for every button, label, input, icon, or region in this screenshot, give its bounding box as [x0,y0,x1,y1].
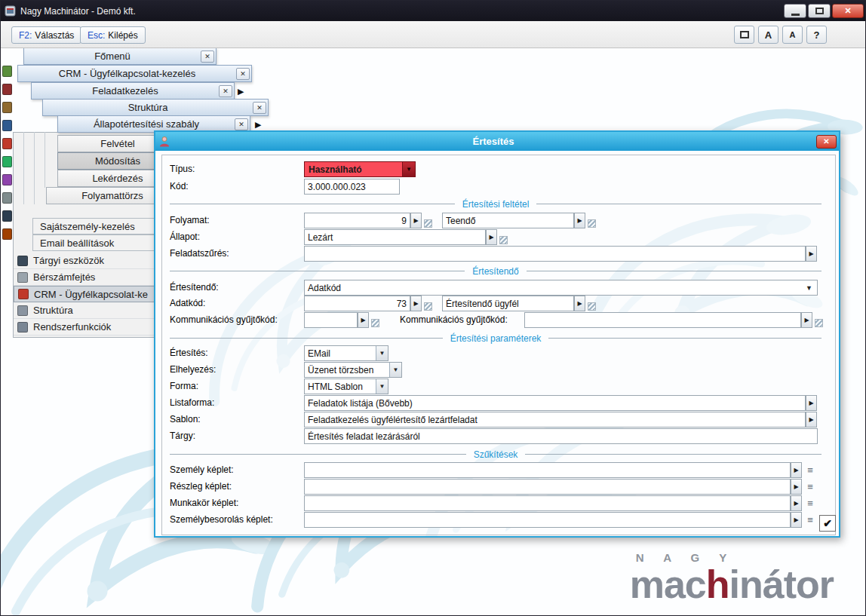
feladatszures-picker-button[interactable]: ▶ [806,246,817,262]
fomenu-close-button[interactable]: ✕ [201,51,214,63]
dropdown-icon[interactable]: ▼ [376,346,388,360]
adatkod-nev-grip-button[interactable] [588,302,596,311]
szemelybesorolas-keplet-formula-icon[interactable]: ≡ [805,514,815,526]
tipus-dropdown-icon[interactable]: ▼ [402,162,415,176]
adatkod-nev-picker-button[interactable]: ▶ [574,296,585,311]
module-icon-8[interactable] [2,192,12,204]
ertesites-select[interactable]: EMail ▼ [304,345,388,361]
arrow-right-icon: ▶ [489,234,493,241]
module-icon-4[interactable] [2,120,12,131]
kod-input[interactable] [304,179,400,195]
struktura-close-button[interactable]: ✕ [253,102,266,114]
ertesitendo-select[interactable]: Adatkód ▼ [304,280,818,296]
reszleg-keplet-picker-button[interactable]: ▶ [791,479,802,495]
feladatkezeles-close-button[interactable]: ✕ [219,85,232,97]
szemely-keplet-input[interactable] [304,462,791,478]
module-icon-7[interactable] [2,174,12,185]
f2-select-button[interactable]: F2: Választás [11,26,81,44]
folyamat-nev-picker-button[interactable]: ▶ [574,213,585,228]
allapot-close-button[interactable]: ✕ [235,118,248,130]
module-icon-1[interactable] [2,66,12,77]
square-icon [740,31,749,38]
close-button[interactable]: ✕ [832,4,864,18]
szemelybesorolas-keplet-picker-button[interactable]: ▶ [791,512,802,528]
module-icon-6[interactable] [2,156,12,167]
szemely-keplet-formula-icon[interactable]: ≡ [805,464,815,476]
forma-select[interactable]: HTML Sablon ▼ [304,378,388,394]
tipus-select[interactable]: Használható ▼ [304,161,416,177]
menu-item-sajatszemely[interactable]: Sajátszemély-kezelés [32,218,156,234]
targy-input[interactable] [304,428,818,444]
menu-item-email-beallitasok[interactable]: Email beállítások [32,234,156,251]
kommgyujto-input[interactable] [304,312,358,328]
kommgyujto2-picker-button[interactable]: ▶ [801,312,812,328]
window-bar-feladatkezeles[interactable]: Feladatkezelés ✕ [31,82,235,100]
close-icon: ✕ [240,70,246,78]
dropdown-icon[interactable]: ▼ [389,363,401,377]
sidebar-item-struktura[interactable]: Struktúra [14,302,157,319]
allapot-input[interactable] [304,229,486,245]
minimize-icon [791,14,800,16]
listaforma-input[interactable] [304,395,806,411]
font-decrease-button[interactable]: A [782,26,803,44]
minimize-button[interactable] [784,4,806,18]
window-bar-fomenu[interactable]: Főmenü ✕ [23,48,216,65]
arrow-right-icon: ▶ [794,500,798,507]
folyamat-nev-input[interactable] [442,213,574,228]
sidebar-item-berszamfejtes[interactable]: Bérszámfejtés [14,269,157,286]
crm-close-button[interactable]: ✕ [236,68,250,80]
sidebar-item-targyi-eszkozok[interactable]: Tárgyi eszközök [14,253,157,269]
adatkod-picker-button[interactable]: ▶ [410,296,422,311]
esc-exit-button[interactable]: Esc: Kilépés [80,26,146,44]
window-mode-button[interactable] [734,26,754,44]
module-icon-5[interactable] [2,138,12,149]
adatkod-input[interactable] [304,296,410,311]
folyamat-kod-input[interactable] [304,213,410,228]
sidebar-item-rendszerfunkciok[interactable]: Rendszerfunkciók [14,319,157,336]
dialog-close-button[interactable]: ✕ [816,135,837,149]
allapot-picker-button[interactable]: ▶ [486,229,497,245]
sablon-picker-button[interactable]: ▶ [806,412,817,428]
adatkod-nev-input[interactable] [442,296,574,311]
font-increase-button[interactable]: A [758,26,778,44]
feladatszures-input[interactable] [304,246,806,262]
close-icon: ✕ [238,121,244,128]
module-icon-strip [2,66,14,247]
munkakor-keplet-input[interactable] [304,495,791,511]
forma-label: Forma: [170,381,198,391]
szemely-keplet-picker-button[interactable]: ▶ [791,462,802,478]
folyamat-nev-grip-button[interactable] [588,219,596,228]
adatkod-grip-button[interactable] [424,302,432,311]
kommgyujto-picker-button[interactable]: ▶ [358,312,369,328]
dialog-titlebar: Értesítés ✕ [155,132,839,151]
maximize-button[interactable] [808,4,831,18]
munkakor-keplet-formula-icon[interactable]: ≡ [805,498,815,509]
window-bar-crm[interactable]: CRM - Ügyfélkapcsolat-kezelés ✕ [17,65,252,82]
module-icon-3[interactable] [2,102,12,113]
munkakor-keplet-picker-button[interactable]: ▶ [791,495,802,511]
sablon-input[interactable] [304,412,806,428]
allapot-grip-button[interactable] [499,236,508,244]
accept-button[interactable]: ✔ [819,515,836,532]
elhelyezes-select[interactable]: Üzenet törzsben ▼ [304,362,402,378]
help-button[interactable]: ? [806,26,827,44]
module-icon-9[interactable] [2,210,12,222]
kommgyujto2-grip-button[interactable] [815,319,823,327]
reszleg-keplet-formula-icon[interactable]: ≡ [805,481,815,492]
logo-wordmark: machinátor [630,564,834,605]
module-icon-2[interactable] [2,84,12,95]
ertesites-label: Értesítés: [170,348,208,358]
window-bar-struktura[interactable]: Struktúra ✕ [42,99,269,116]
sidebar-item-crm[interactable]: CRM - Ügyfélkapcsolat-ke [14,286,157,302]
close-icon: ✕ [223,87,229,95]
module-icon-10[interactable] [2,228,12,240]
application-window: Nagy Machinátor - Demó kft. ✕ F2: Válasz… [0,0,866,616]
listaforma-picker-button[interactable]: ▶ [806,395,817,411]
folyamat-picker-button[interactable]: ▶ [410,213,422,228]
folyamat-grip-button[interactable] [424,219,432,228]
szemelybesorolas-keplet-input[interactable] [304,512,791,528]
reszleg-keplet-input[interactable] [304,479,791,495]
dropdown-icon[interactable]: ▼ [376,379,388,394]
kommgyujto2-input[interactable] [524,312,801,328]
kommgyujto-grip-button[interactable] [371,319,379,327]
